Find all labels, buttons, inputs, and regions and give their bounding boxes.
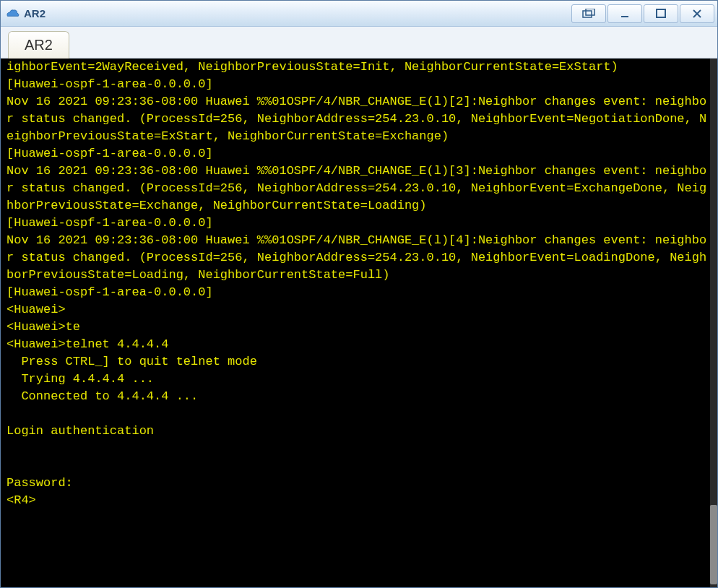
tabstrip: AR2: [1, 27, 717, 59]
terminal-scrollbar[interactable]: [710, 59, 717, 587]
tab-label: AR2: [25, 37, 53, 53]
terminal-output[interactable]: ighborEvent=2WayReceived, NeighborPrevio…: [1, 59, 710, 587]
window-title: AR2: [24, 7, 570, 20]
close-button[interactable]: [680, 4, 714, 23]
app-icon: [5, 7, 20, 21]
maximize-button[interactable]: [644, 4, 678, 23]
popout-button[interactable]: [571, 4, 606, 23]
app-window: AR2: [0, 0, 718, 588]
titlebar[interactable]: AR2: [1, 1, 717, 27]
window-controls: [570, 4, 714, 23]
terminal-container: ighborEvent=2WayReceived, NeighborPrevio…: [1, 59, 717, 587]
tab-ar2[interactable]: AR2: [8, 31, 69, 59]
minimize-button[interactable]: [607, 4, 642, 23]
svg-rect-0: [583, 11, 592, 17]
svg-rect-1: [586, 9, 594, 15]
svg-rect-2: [621, 16, 628, 17]
svg-rect-3: [657, 9, 665, 17]
scrollbar-thumb[interactable]: [710, 505, 717, 584]
